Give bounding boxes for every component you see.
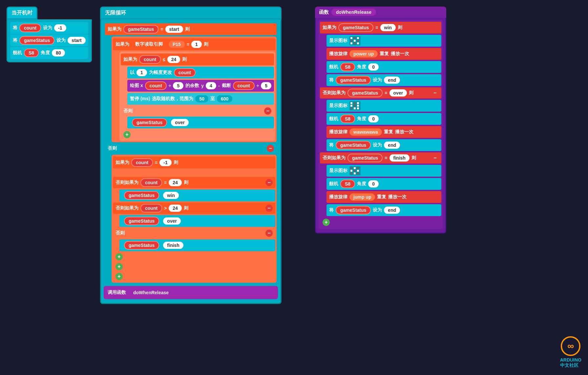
- d23: [354, 170, 356, 172]
- else-label2: 否则: [108, 145, 117, 151]
- if-label-fn1: 如果为: [323, 25, 336, 31]
- elseif2-label: 否则如果为: [116, 180, 138, 186]
- plus-btn2[interactable]: +: [116, 253, 123, 260]
- gt: >: [164, 206, 167, 211]
- gs-pill-fn6: gameStatus: [336, 206, 371, 214]
- gamestatus-pill: gameStatus: [19, 36, 54, 45]
- elseif3-label: 否则如果为: [116, 205, 138, 211]
- count-pill5: count: [233, 81, 255, 90]
- set-gamestatus-row: 将 gameStatus 设为 start: [10, 34, 88, 46]
- angle0-pill3: 0: [368, 180, 379, 188]
- plus-btn-fn[interactable]: +: [323, 219, 330, 226]
- play-label2: 播放旋律: [329, 129, 347, 135]
- minus-btn-fn1[interactable]: −: [431, 89, 439, 97]
- minus-btn-fn2[interactable]: −: [431, 154, 439, 162]
- ship-row: 舰机 S8 角度 80: [10, 47, 88, 59]
- d14: [354, 105, 356, 107]
- div2: ÷: [257, 83, 259, 88]
- pause-row: 暂停 (ms) 选取随机数，范围为 50 至 600: [127, 93, 274, 105]
- cut-label: 截断: [222, 83, 231, 89]
- set-end-over: 将 gameStatus 设为 end: [326, 139, 441, 151]
- minus-btn2[interactable]: −: [267, 145, 274, 152]
- if-label3: 如果为: [123, 56, 137, 62]
- minus-label: -: [218, 83, 220, 88]
- startup-block: 当开机时 将 count 设为 -1 将 gameStatus 设为 start…: [7, 7, 92, 62]
- minus-btn1[interactable]: −: [264, 107, 271, 115]
- set-win-row: gameStatus win: [119, 189, 275, 201]
- set-to-fn2: 设为: [373, 142, 382, 148]
- d3: [357, 37, 359, 39]
- ship-fn3: 舰机: [329, 181, 338, 187]
- over-pill2: over: [163, 217, 181, 225]
- logo-text: ARDUINO中文社区: [560, 357, 581, 368]
- end-pill3: end: [384, 207, 400, 214]
- if-gamestatus-start: 如果为 gameStatus = start 则: [105, 23, 277, 35]
- then-fn3: 则: [411, 155, 416, 161]
- else-row3: 否则 −: [113, 228, 275, 238]
- set-end-finish: 将 gameStatus 设为 end: [326, 204, 441, 216]
- d22: [350, 170, 352, 172]
- d1: [350, 37, 352, 39]
- count-pill8: count: [140, 204, 162, 212]
- count-pill7: count: [140, 178, 162, 187]
- gamestatus-pill1: gameStatus: [123, 25, 158, 33]
- set-to-label2: 设为: [56, 37, 66, 43]
- if-win: 如果为 gameStatus = win 则: [320, 22, 441, 33]
- else-row2: 否则 −: [105, 143, 277, 153]
- d27: [357, 172, 359, 174]
- eq2: =: [187, 42, 189, 47]
- ship-over: 舰机 S8 角度 0: [326, 113, 441, 125]
- then3: 则: [182, 56, 187, 62]
- d8: [354, 42, 356, 44]
- startup-hat: 当开机时: [7, 7, 37, 19]
- then1: 则: [185, 26, 190, 32]
- if-label1: 如果为: [108, 26, 121, 32]
- wawa-pill: wawawawa: [349, 128, 382, 136]
- start-val-pill: start: [68, 37, 85, 44]
- plus-btn3[interactable]: +: [116, 263, 123, 270]
- minus-btn5[interactable]: −: [265, 230, 273, 237]
- ship-finish: 舰机 S8 角度 0: [326, 178, 441, 190]
- set-end-win: 将 gameStatus 设为 end: [326, 74, 441, 86]
- icon-dots1: [349, 36, 361, 45]
- show-icon-over: 显示图标: [326, 100, 441, 112]
- else-if-count-24: 否则如果为 count = 24 则 −: [113, 177, 275, 188]
- loop-header: 无限循环: [100, 7, 282, 19]
- minus-btn4[interactable]: −: [265, 205, 273, 212]
- play-jump: 播放旋律 jump up 重复 播放一次: [326, 191, 441, 203]
- angle0-pill2: 0: [368, 115, 379, 122]
- count-pill3: count: [174, 68, 196, 77]
- gs-pill-fn1: gameStatus: [338, 23, 373, 32]
- logo-icon: ∞: [561, 336, 580, 356]
- val24-pill: 24: [167, 56, 180, 63]
- remainder-label: 的余数: [185, 83, 199, 89]
- by1-pill: 1: [136, 69, 147, 76]
- show-icon-win: 显示图标: [326, 35, 441, 47]
- then6: 则: [184, 205, 188, 211]
- if-digital-read: 如果为 数字读取引脚 P15 = 1 则: [113, 38, 275, 50]
- plus-btn1[interactable]: +: [123, 131, 131, 138]
- call-func-row: 调用函数 doWhenRelease: [104, 286, 278, 299]
- d18: [357, 107, 359, 109]
- finish-pill: finish: [163, 242, 183, 249]
- val5b-pill: 5: [261, 82, 271, 89]
- draw-row: 绘图 x count ÷ 5 的余数 y 4 - 截断 count ÷ 5: [127, 80, 274, 92]
- set-finish-row: gameStatus finish: [119, 239, 275, 251]
- change-count-row: 以 1 为幅度更改 count: [127, 67, 274, 78]
- play-once2: 播放一次: [395, 129, 413, 135]
- gs-pill-fn4: gameStatus: [336, 141, 371, 149]
- else-label3: 否则: [116, 230, 125, 236]
- play-powerup: 播放旋律 power up 重复 播放一次: [326, 48, 441, 60]
- d24: [357, 170, 359, 172]
- s8-pill-fn1: S8: [340, 63, 355, 71]
- gs-pill-fn3: gameStatus: [347, 89, 383, 97]
- plus-btn4[interactable]: +: [116, 273, 123, 280]
- set-over2-row: gameStatus over: [119, 215, 275, 227]
- minus-btn3[interactable]: −: [265, 179, 273, 186]
- then4: 则: [174, 160, 178, 165]
- val24c-pill: 24: [169, 205, 182, 212]
- repeat2: 重复: [384, 129, 393, 135]
- draw-label: 绘图 x: [130, 83, 143, 89]
- angle-fn3: 角度: [357, 181, 366, 187]
- set-to-fn3: 设为: [373, 207, 382, 213]
